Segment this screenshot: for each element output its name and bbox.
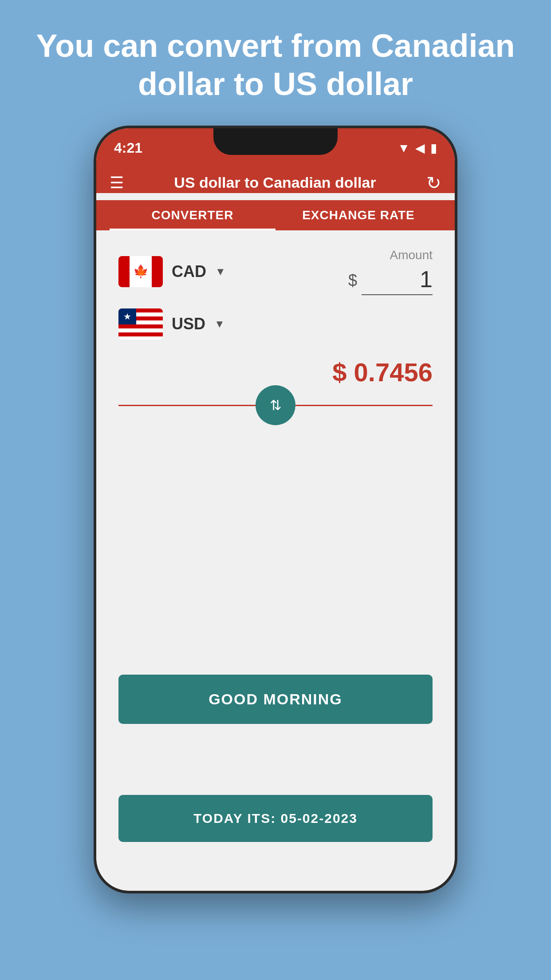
tab-exchange-rate[interactable]: EXCHANGE RATE bbox=[276, 200, 441, 230]
battery-icon: ▮ bbox=[430, 141, 437, 155]
converted-amount: $ 0.7456 bbox=[118, 357, 433, 387]
from-currency-left: 🍁 CAD ▼ bbox=[118, 256, 226, 287]
spacer bbox=[118, 424, 433, 644]
phone-notch bbox=[213, 128, 338, 155]
to-currency-left: ★ USD ▼ bbox=[118, 308, 225, 340]
to-currency-code: USD bbox=[172, 315, 205, 333]
swap-button[interactable]: ⇅ bbox=[256, 385, 295, 425]
today-button[interactable]: TODAY ITS: 05-02-2023 bbox=[118, 795, 433, 842]
good-morning-button[interactable]: GOOD MORNING bbox=[118, 675, 433, 724]
from-currency-code: CAD bbox=[172, 262, 206, 281]
divider-section: ⇅ bbox=[118, 405, 433, 406]
amount-input[interactable]: 1 bbox=[362, 266, 433, 295]
phone-shell: 4:21 ▼ ◀ ▮ ☰ US dollar to Canadian dolla… bbox=[94, 126, 457, 893]
signal-icon: ◀ bbox=[415, 141, 425, 155]
amount-row: $ 1 bbox=[348, 266, 433, 295]
volume-up-button bbox=[457, 297, 457, 341]
status-icons: ▼ ◀ ▮ bbox=[398, 141, 437, 155]
tab-converter[interactable]: CONVERTER bbox=[110, 200, 276, 230]
usd-canton: ★ bbox=[118, 308, 136, 324]
swap-icon: ⇅ bbox=[270, 397, 282, 414]
usd-flag: ★ bbox=[118, 308, 163, 340]
wifi-icon: ▼ bbox=[398, 141, 410, 155]
cad-flag: 🍁 bbox=[118, 256, 163, 287]
cad-right-stripe bbox=[152, 256, 163, 287]
cad-left-stripe bbox=[118, 256, 130, 287]
amount-label: Amount bbox=[390, 248, 433, 262]
refresh-icon[interactable]: ↻ bbox=[426, 173, 441, 193]
spacer-2 bbox=[118, 737, 433, 782]
cad-maple-leaf: 🍁 bbox=[130, 256, 152, 287]
hamburger-icon[interactable]: ☰ bbox=[110, 174, 124, 192]
header-title: US dollar to Canadian dollar bbox=[174, 174, 376, 191]
to-currency-row: ★ USD ▼ bbox=[118, 308, 433, 340]
amount-section: Amount $ 1 bbox=[348, 248, 433, 295]
from-currency-dropdown[interactable]: ▼ bbox=[215, 265, 226, 278]
bottom-spacer bbox=[118, 855, 433, 873]
to-currency-dropdown[interactable]: ▼ bbox=[214, 318, 225, 330]
app-header: ☰ US dollar to Canadian dollar ↻ bbox=[96, 164, 455, 193]
dollar-sign: $ bbox=[348, 271, 357, 290]
phone-screen: 4:21 ▼ ◀ ▮ ☰ US dollar to Canadian dolla… bbox=[96, 128, 455, 891]
tabs-container: CONVERTER EXCHANGE RATE bbox=[96, 200, 455, 230]
page-background: You can convert from Canadian dollar to … bbox=[0, 0, 551, 980]
page-title: You can convert from Canadian dollar to … bbox=[0, 0, 551, 126]
main-content: 🍁 CAD ▼ Amount $ 1 bbox=[96, 230, 455, 891]
status-time: 4:21 bbox=[114, 140, 142, 156]
from-currency-row: 🍁 CAD ▼ Amount $ 1 bbox=[118, 248, 433, 295]
